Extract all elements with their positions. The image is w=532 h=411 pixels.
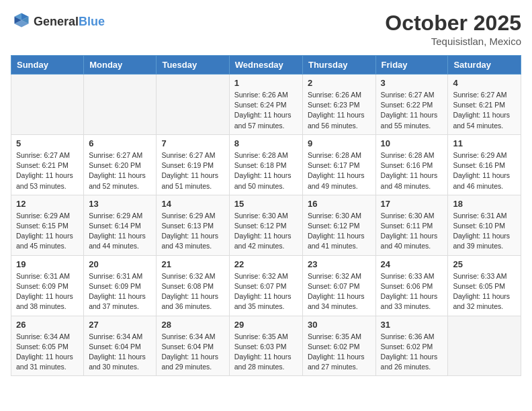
day-info: Sunrise: 6:34 AM Sunset: 6:04 PM Dayligh… — [89, 332, 151, 373]
day-number: 25 — [453, 259, 516, 269]
day-info: Sunrise: 6:26 AM Sunset: 6:23 PM Dayligh… — [308, 90, 371, 131]
day-number: 9 — [308, 138, 371, 148]
day-info: Sunrise: 6:34 AM Sunset: 6:04 PM Dayligh… — [161, 332, 224, 373]
day-cell: 20Sunrise: 6:31 AM Sunset: 6:09 PM Dayli… — [84, 255, 157, 316]
weekday-header-wednesday: Wednesday — [229, 56, 302, 75]
day-info: Sunrise: 6:29 AM Sunset: 6:14 PM Dayligh… — [89, 211, 151, 252]
day-number: 31 — [381, 320, 443, 330]
week-row-1: 5Sunrise: 6:27 AM Sunset: 6:21 PM Daylig… — [11, 134, 521, 195]
day-info: Sunrise: 6:28 AM Sunset: 6:17 PM Dayligh… — [308, 150, 371, 191]
day-number: 26 — [16, 320, 79, 330]
day-info: Sunrise: 6:32 AM Sunset: 6:07 PM Dayligh… — [308, 271, 371, 312]
day-number: 7 — [161, 138, 224, 148]
day-number: 11 — [453, 138, 516, 148]
day-cell: 31Sunrise: 6:36 AM Sunset: 6:02 PM Dayli… — [375, 316, 448, 376]
day-number: 6 — [89, 138, 151, 148]
day-info: Sunrise: 6:31 AM Sunset: 6:09 PM Dayligh… — [89, 271, 151, 312]
weekday-header-row: SundayMondayTuesdayWednesdayThursdayFrid… — [11, 56, 521, 75]
logo: GeneralBlue — [11, 11, 105, 32]
day-number: 3 — [381, 78, 443, 88]
day-info: Sunrise: 6:29 AM Sunset: 6:13 PM Dayligh… — [161, 211, 224, 252]
day-number: 22 — [234, 259, 298, 269]
calendar-table: SundayMondayTuesdayWednesdayThursdayFrid… — [11, 55, 521, 376]
day-number: 16 — [308, 199, 371, 209]
day-number: 12 — [16, 199, 79, 209]
weekday-header-thursday: Thursday — [302, 56, 375, 75]
day-cell — [448, 316, 521, 376]
day-info: Sunrise: 6:32 AM Sunset: 6:07 PM Dayligh… — [234, 271, 298, 312]
day-cell: 10Sunrise: 6:28 AM Sunset: 6:16 PM Dayli… — [375, 134, 448, 195]
day-cell: 9Sunrise: 6:28 AM Sunset: 6:17 PM Daylig… — [302, 134, 375, 195]
week-row-0: 1Sunrise: 6:26 AM Sunset: 6:24 PM Daylig… — [11, 75, 521, 135]
weekday-header-monday: Monday — [84, 56, 157, 75]
weekday-header-friday: Friday — [375, 56, 448, 75]
day-number: 15 — [234, 199, 298, 209]
day-number: 20 — [89, 259, 151, 269]
day-cell: 25Sunrise: 6:33 AM Sunset: 6:05 PM Dayli… — [448, 255, 521, 316]
day-cell: 23Sunrise: 6:32 AM Sunset: 6:07 PM Dayli… — [302, 255, 375, 316]
day-cell: 21Sunrise: 6:32 AM Sunset: 6:08 PM Dayli… — [157, 255, 229, 316]
day-info: Sunrise: 6:35 AM Sunset: 6:03 PM Dayligh… — [234, 332, 298, 373]
day-number: 1 — [234, 78, 298, 88]
day-info: Sunrise: 6:27 AM Sunset: 6:20 PM Dayligh… — [89, 150, 151, 191]
day-cell: 22Sunrise: 6:32 AM Sunset: 6:07 PM Dayli… — [229, 255, 302, 316]
day-number: 19 — [16, 259, 79, 269]
weekday-header-sunday: Sunday — [11, 56, 84, 75]
day-info: Sunrise: 6:27 AM Sunset: 6:21 PM Dayligh… — [453, 90, 516, 131]
day-number: 21 — [161, 259, 224, 269]
day-cell: 6Sunrise: 6:27 AM Sunset: 6:20 PM Daylig… — [84, 134, 157, 195]
day-info: Sunrise: 6:32 AM Sunset: 6:08 PM Dayligh… — [161, 271, 224, 312]
day-info: Sunrise: 6:36 AM Sunset: 6:02 PM Dayligh… — [381, 332, 443, 373]
day-info: Sunrise: 6:29 AM Sunset: 6:16 PM Dayligh… — [453, 150, 516, 191]
day-cell — [157, 75, 229, 135]
day-cell: 18Sunrise: 6:31 AM Sunset: 6:10 PM Dayli… — [448, 195, 521, 255]
title-block: October 2025 Tequisistlan, Mexico — [385, 11, 521, 47]
week-row-4: 26Sunrise: 6:34 AM Sunset: 6:05 PM Dayli… — [11, 316, 521, 376]
day-number: 29 — [234, 320, 298, 330]
day-info: Sunrise: 6:31 AM Sunset: 6:10 PM Dayligh… — [453, 211, 516, 252]
day-info: Sunrise: 6:30 AM Sunset: 6:11 PM Dayligh… — [381, 211, 443, 252]
day-number: 30 — [308, 320, 371, 330]
day-number: 8 — [234, 138, 298, 148]
day-number: 13 — [89, 199, 151, 209]
day-cell: 13Sunrise: 6:29 AM Sunset: 6:14 PM Dayli… — [84, 195, 157, 255]
day-cell: 30Sunrise: 6:35 AM Sunset: 6:02 PM Dayli… — [302, 316, 375, 376]
day-cell — [11, 75, 84, 135]
day-info: Sunrise: 6:30 AM Sunset: 6:12 PM Dayligh… — [234, 211, 298, 252]
day-number: 10 — [381, 138, 443, 148]
day-number: 23 — [308, 259, 371, 269]
location-title: Tequisistlan, Mexico — [385, 36, 521, 47]
day-cell: 16Sunrise: 6:30 AM Sunset: 6:12 PM Dayli… — [302, 195, 375, 255]
day-info: Sunrise: 6:28 AM Sunset: 6:18 PM Dayligh… — [234, 150, 298, 191]
month-title: October 2025 — [385, 11, 521, 36]
day-number: 14 — [161, 199, 224, 209]
day-cell: 17Sunrise: 6:30 AM Sunset: 6:11 PM Dayli… — [375, 195, 448, 255]
week-row-3: 19Sunrise: 6:31 AM Sunset: 6:09 PM Dayli… — [11, 255, 521, 316]
day-cell: 7Sunrise: 6:27 AM Sunset: 6:19 PM Daylig… — [157, 134, 229, 195]
day-cell: 12Sunrise: 6:29 AM Sunset: 6:15 PM Dayli… — [11, 195, 84, 255]
logo-text: GeneralBlue — [34, 15, 105, 29]
day-cell: 27Sunrise: 6:34 AM Sunset: 6:04 PM Dayli… — [84, 316, 157, 376]
day-info: Sunrise: 6:35 AM Sunset: 6:02 PM Dayligh… — [308, 332, 371, 373]
logo-icon — [11, 11, 31, 32]
day-number: 27 — [89, 320, 151, 330]
day-cell: 4Sunrise: 6:27 AM Sunset: 6:21 PM Daylig… — [448, 75, 521, 135]
day-info: Sunrise: 6:30 AM Sunset: 6:12 PM Dayligh… — [308, 211, 371, 252]
day-info: Sunrise: 6:27 AM Sunset: 6:19 PM Dayligh… — [161, 150, 224, 191]
day-cell: 26Sunrise: 6:34 AM Sunset: 6:05 PM Dayli… — [11, 316, 84, 376]
day-info: Sunrise: 6:33 AM Sunset: 6:05 PM Dayligh… — [453, 271, 516, 312]
day-number: 18 — [453, 199, 516, 209]
day-info: Sunrise: 6:26 AM Sunset: 6:24 PM Dayligh… — [234, 90, 298, 131]
day-cell — [84, 75, 157, 135]
day-info: Sunrise: 6:27 AM Sunset: 6:21 PM Dayligh… — [16, 150, 79, 191]
day-cell: 11Sunrise: 6:29 AM Sunset: 6:16 PM Dayli… — [448, 134, 521, 195]
week-row-2: 12Sunrise: 6:29 AM Sunset: 6:15 PM Dayli… — [11, 195, 521, 255]
day-cell: 1Sunrise: 6:26 AM Sunset: 6:24 PM Daylig… — [229, 75, 302, 135]
logo-blue: Blue — [79, 15, 105, 28]
day-cell: 29Sunrise: 6:35 AM Sunset: 6:03 PM Dayli… — [229, 316, 302, 376]
logo-general: General — [34, 15, 79, 28]
day-info: Sunrise: 6:33 AM Sunset: 6:06 PM Dayligh… — [381, 271, 443, 312]
day-number: 17 — [381, 199, 443, 209]
day-cell: 15Sunrise: 6:30 AM Sunset: 6:12 PM Dayli… — [229, 195, 302, 255]
day-cell: 3Sunrise: 6:27 AM Sunset: 6:22 PM Daylig… — [375, 75, 448, 135]
